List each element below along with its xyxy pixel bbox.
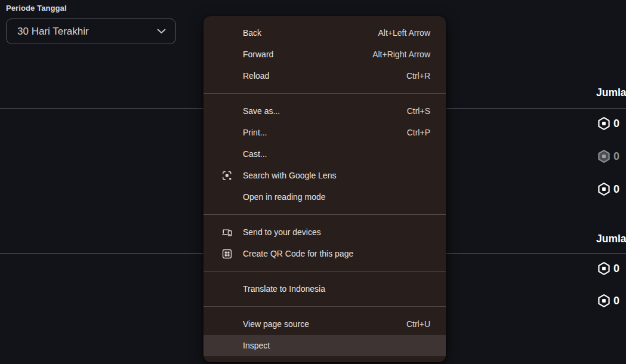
amount-row: 0	[596, 115, 626, 132]
amount-value: 0	[613, 150, 619, 163]
menu-item-view-page-source[interactable]: View page sourceCtrl+U	[203, 313, 446, 335]
menu-item-label: Print...	[243, 128, 267, 137]
menu-item-label: Back	[243, 28, 261, 38]
menu-item-label: Open in reading mode	[243, 192, 326, 202]
column-header: Jumlah	[596, 230, 626, 247]
context-menu: BackAlt+Left ArrowForwardAlt+Right Arrow…	[203, 16, 446, 362]
amount-row: 0	[596, 181, 626, 198]
menu-item-print[interactable]: Print...Ctrl+P	[203, 122, 446, 143]
robux-hexagon-icon	[596, 149, 612, 164]
amount-row: 0	[596, 148, 626, 165]
menu-item-reload[interactable]: ReloadCtrl+R	[203, 65, 446, 87]
menu-item-label: Translate to Indonesia	[243, 284, 325, 294]
menu-item-label: Inspect	[243, 341, 270, 350]
robux-hexagon-icon	[596, 116, 612, 131]
menu-item-shortcut: Ctrl+S	[407, 106, 430, 116]
robux-hexagon-icon	[596, 293, 612, 309]
menu-item-search-with-google-lens[interactable]: Search with Google Lens	[203, 165, 446, 186]
date-period-dropdown[interactable]: 30 Hari Terakhir	[6, 18, 176, 44]
menu-item-translate-to-indonesia[interactable]: Translate to Indonesia	[203, 278, 446, 300]
amount-row: 0	[596, 292, 626, 309]
amount-column-2: Jumlah 00	[596, 230, 626, 309]
menu-item-label: View page source	[243, 319, 309, 329]
robux-hexagon-icon	[596, 261, 612, 276]
menu-item-shortcut: Ctrl+U	[406, 319, 430, 329]
menu-item-label: Send to your devices	[243, 227, 321, 237]
amount-column-1: Jumlah 000	[596, 84, 626, 198]
menu-item-forward[interactable]: ForwardAlt+Right Arrow	[203, 44, 446, 65]
menu-separator	[203, 271, 446, 272]
amount-value: 0	[613, 263, 619, 275]
google-lens-icon	[221, 170, 243, 181]
column-header: Jumlah	[596, 84, 626, 101]
amount-value: 0	[613, 118, 619, 130]
menu-item-back[interactable]: BackAlt+Left Arrow	[203, 22, 446, 44]
menu-item-label: Cast...	[243, 149, 267, 159]
menu-item-label: Search with Google Lens	[243, 171, 336, 180]
menu-item-send-to-your-devices[interactable]: Send to your devices	[203, 221, 446, 243]
amount-value: 0	[613, 295, 619, 307]
menu-item-cast[interactable]: Cast...	[203, 143, 446, 165]
menu-item-label: Create QR Code for this page	[243, 249, 353, 258]
menu-item-label: Forward	[243, 50, 273, 59]
menu-item-open-in-reading-mode[interactable]: Open in reading mode	[203, 186, 446, 208]
chevron-down-icon	[157, 29, 166, 34]
menu-item-shortcut: Alt+Left Arrow	[378, 28, 430, 38]
menu-separator	[203, 214, 446, 215]
periode-tanggal-label: Periode Tanggal	[6, 4, 67, 13]
menu-item-label: Reload	[243, 71, 269, 81]
page-root: Periode Tanggal 30 Hari Terakhir Jumlah …	[0, 0, 626, 364]
amount-value: 0	[613, 183, 619, 196]
menu-item-inspect[interactable]: Inspect	[203, 335, 446, 356]
menu-item-shortcut: Alt+Right Arrow	[372, 50, 430, 59]
menu-item-save-as[interactable]: Save as...Ctrl+S	[203, 100, 446, 122]
amount-row: 0	[596, 260, 626, 277]
qr-code-icon	[221, 248, 243, 260]
menu-item-shortcut: Ctrl+P	[407, 128, 430, 137]
menu-item-label: Save as...	[243, 106, 280, 116]
menu-item-shortcut: Ctrl+R	[406, 71, 430, 81]
menu-separator	[203, 306, 446, 307]
dropdown-selected-value: 30 Hari Terakhir	[17, 26, 157, 38]
menu-item-create-qr-code-for-this-page[interactable]: Create QR Code for this page	[203, 243, 446, 264]
robux-hexagon-icon	[596, 181, 612, 197]
menu-separator	[203, 93, 446, 94]
send-to-devices-icon	[221, 227, 243, 238]
